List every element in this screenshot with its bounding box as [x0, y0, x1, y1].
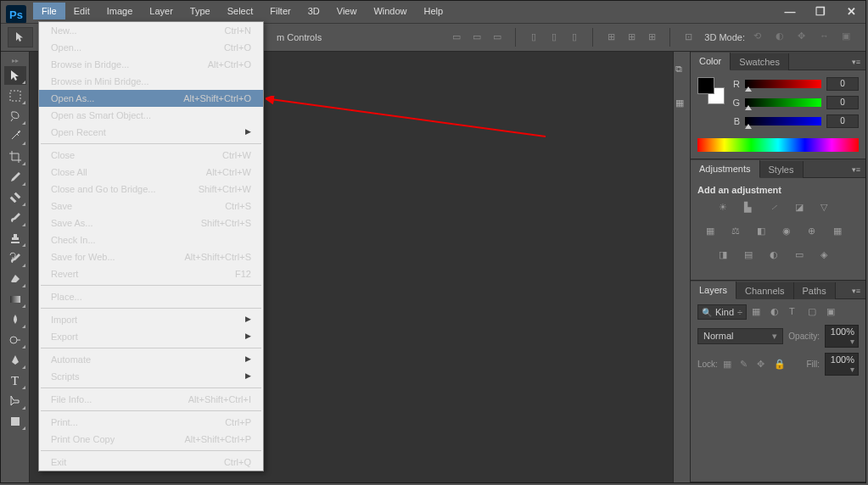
menu-item-browse-in-mini-bridge[interactable]: Browse in Mini Bridge... — [39, 73, 263, 90]
photo-filter-icon[interactable]: ◉ — [782, 226, 799, 241]
menu-item-export[interactable]: Export▶ — [39, 328, 263, 345]
menu-item-open-recent[interactable]: Open Recent▶ — [39, 124, 263, 141]
maximize-button[interactable]: ❐ — [811, 4, 830, 18]
align-bottom-icon[interactable]: ▭ — [488, 28, 507, 45]
roll-icon[interactable]: ◐ — [776, 31, 789, 44]
menu-item-print[interactable]: Print...Ctrl+P — [39, 414, 263, 431]
toolbar-grip[interactable]: ▸▸ — [12, 57, 19, 64]
camera-icon[interactable]: ▣ — [842, 31, 855, 44]
menu-item-import[interactable]: Import▶ — [39, 311, 263, 328]
b-value[interactable]: 0 — [826, 114, 859, 128]
menu-item-browse-in-bridge[interactable]: Browse in Bridge...Alt+Ctrl+O — [39, 56, 263, 73]
healing-tool[interactable] — [4, 188, 26, 207]
panel-menu-icon[interactable]: ▾≡ — [847, 54, 865, 70]
hue-icon[interactable]: ▦ — [706, 226, 723, 241]
filter-smart-icon[interactable]: ▣ — [826, 306, 840, 318]
mixer-icon[interactable]: ⊕ — [808, 226, 825, 241]
auto-align-icon[interactable]: ⊡ — [679, 28, 697, 45]
type-tool[interactable]: T — [4, 371, 26, 390]
pan-icon[interactable]: ✥ — [798, 31, 811, 44]
menu-view[interactable]: View — [328, 3, 366, 20]
lock-pixels-icon[interactable]: ✎ — [740, 359, 752, 371]
b-slider[interactable] — [745, 117, 821, 125]
wand-tool[interactable] — [4, 127, 26, 146]
stamp-tool[interactable] — [4, 229, 26, 248]
menu-item-scripts[interactable]: Scripts▶ — [39, 368, 263, 385]
align-vcenter-icon[interactable]: ▭ — [468, 28, 486, 45]
tab-styles[interactable]: Styles — [760, 161, 804, 178]
menu-item-automate[interactable]: Automate▶ — [39, 351, 263, 368]
filter-shape-icon[interactable]: ▢ — [808, 306, 821, 318]
pen-tool[interactable] — [4, 351, 26, 370]
current-tool-icon[interactable] — [8, 27, 33, 47]
balance-icon[interactable]: ⚖ — [731, 226, 748, 241]
menu-item-open-as[interactable]: Open As...Alt+Shift+Ctrl+O — [39, 90, 263, 107]
tab-swatches[interactable]: Swatches — [731, 53, 789, 70]
menu-window[interactable]: Window — [365, 3, 415, 20]
gradient-map-icon[interactable]: ▭ — [795, 249, 812, 265]
levels-icon[interactable]: ▙ — [744, 202, 761, 217]
menu-filter[interactable]: Filter — [261, 3, 299, 20]
g-value[interactable]: 0 — [826, 96, 859, 109]
align-top-icon[interactable]: ▭ — [447, 28, 466, 45]
lock-position-icon[interactable]: ✥ — [757, 359, 769, 371]
align-left-icon[interactable]: ▯ — [524, 28, 543, 45]
bw-icon[interactable]: ◧ — [757, 226, 774, 241]
menu-select[interactable]: Select — [219, 3, 262, 20]
brightness-icon[interactable]: ☀ — [719, 202, 736, 217]
menu-help[interactable]: Help — [416, 3, 452, 20]
foreground-color[interactable] — [697, 77, 714, 94]
move-tool[interactable] — [4, 66, 26, 85]
crop-tool[interactable] — [4, 148, 26, 166]
invert-icon[interactable]: ◨ — [719, 249, 736, 265]
filter-type-icon[interactable]: T — [789, 306, 803, 318]
shape-tool[interactable] — [4, 412, 26, 431]
dodge-tool[interactable] — [4, 331, 26, 349]
history-brush-tool[interactable] — [4, 249, 26, 268]
g-slider[interactable] — [745, 98, 821, 107]
menu-item-save-as[interactable]: Save As...Shift+Ctrl+S — [39, 215, 263, 231]
menu-item-save[interactable]: SaveCtrl+S — [39, 198, 263, 215]
slide-icon[interactable]: ↔ — [820, 31, 833, 44]
menu-file[interactable]: File — [33, 3, 65, 20]
menu-item-close-and-go-to-bridge[interactable]: Close and Go to Bridge...Shift+Ctrl+W — [39, 181, 263, 198]
blend-mode-select[interactable]: Normal ▾ — [697, 328, 783, 344]
posterize-icon[interactable]: ▤ — [744, 249, 761, 265]
tab-paths[interactable]: Paths — [794, 282, 836, 299]
tab-color[interactable]: Color — [691, 53, 731, 70]
lock-transparent-icon[interactable]: ▦ — [723, 359, 735, 371]
filter-adjust-icon[interactable]: ◐ — [770, 306, 784, 318]
menu-item-open[interactable]: Open...Ctrl+O — [39, 39, 263, 56]
panel-menu-icon[interactable]: ▾≡ — [847, 162, 865, 177]
opacity-value[interactable]: 100% ▾ — [825, 325, 859, 348]
tab-adjustments[interactable]: Adjustments — [691, 160, 760, 178]
tab-channels[interactable]: Channels — [736, 282, 793, 299]
orbit-icon[interactable]: ⟲ — [753, 31, 767, 44]
curves-icon[interactable]: ⟋ — [770, 202, 787, 217]
distribute-icon[interactable]: ⊞ — [642, 28, 661, 45]
panel-menu-icon[interactable]: ▾≡ — [847, 283, 865, 298]
minimize-button[interactable]: — — [781, 4, 799, 18]
path-tool[interactable] — [4, 392, 26, 410]
fill-value[interactable]: 100% ▾ — [825, 353, 859, 376]
align-right-icon[interactable]: ▯ — [565, 28, 584, 45]
lookup-icon[interactable]: ▦ — [833, 226, 850, 241]
color-spectrum[interactable] — [697, 138, 859, 152]
history-panel-icon[interactable]: ⧉ — [675, 64, 689, 77]
blur-tool[interactable] — [4, 310, 26, 329]
menu-layer[interactable]: Layer — [141, 3, 182, 20]
gradient-tool[interactable] — [4, 290, 26, 309]
distribute-icon[interactable]: ⊞ — [622, 28, 641, 45]
lock-all-icon[interactable]: 🔒 — [774, 359, 786, 371]
brush-tool[interactable] — [4, 209, 26, 227]
menu-item-close-all[interactable]: Close AllAlt+Ctrl+W — [39, 164, 263, 181]
menu-type[interactable]: Type — [182, 3, 219, 20]
menu-item-new[interactable]: New...Ctrl+N — [39, 22, 263, 39]
tab-layers[interactable]: Layers — [691, 282, 736, 299]
menu-image[interactable]: Image — [98, 3, 142, 20]
filter-pixel-icon[interactable]: ▦ — [752, 306, 765, 318]
properties-panel-icon[interactable]: ▦ — [675, 98, 689, 111]
foreground-background-swatch[interactable] — [697, 77, 725, 104]
menu-item-close[interactable]: CloseCtrl+W — [39, 147, 263, 164]
threshold-icon[interactable]: ◐ — [770, 249, 787, 265]
